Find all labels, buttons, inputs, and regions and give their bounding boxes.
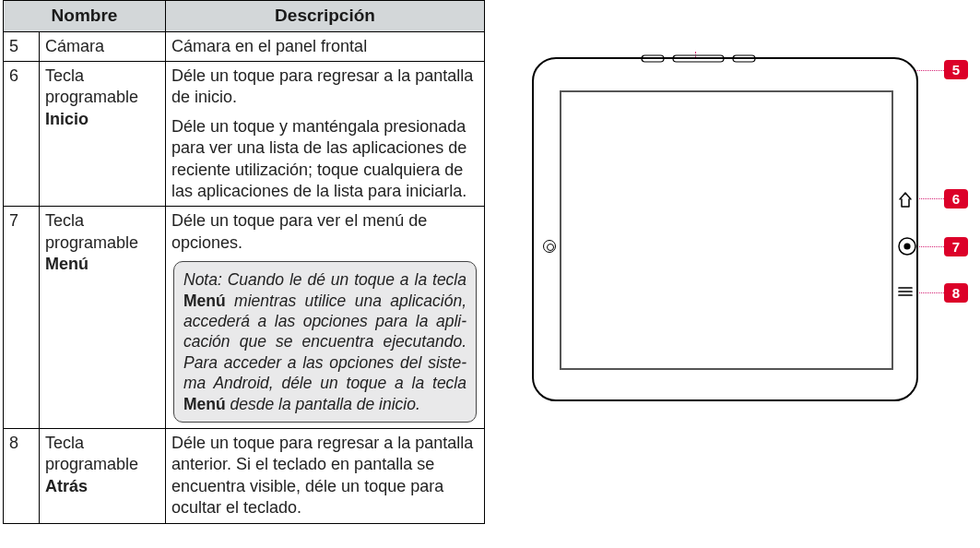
tablet-screen xyxy=(560,90,893,370)
desc-p: Déle un toque para ver el menú de opcion… xyxy=(171,210,478,254)
cell-name: Cámara xyxy=(40,31,166,61)
svg-rect-2 xyxy=(733,55,755,62)
th-name: Nombre xyxy=(4,1,166,32)
cell-num: 8 xyxy=(4,428,40,523)
cell-desc: Déle un toque para regresar a la pantall… xyxy=(166,62,485,207)
desc-p: Déle un toque y manténgala presionada pa… xyxy=(171,116,478,203)
cell-name: Tecla programable Atrás xyxy=(40,428,166,523)
callout-label-7: 7 xyxy=(944,237,968,256)
note-bold: Menú xyxy=(183,292,226,310)
table-row: 8 Tecla programable Atrás Déle un toque … xyxy=(4,428,485,523)
cell-desc: Déle un toque para regresar a la pan­tal… xyxy=(166,428,485,523)
cell-desc: Cámara en el panel frontal xyxy=(166,31,485,61)
svg-point-4 xyxy=(903,243,910,249)
name-pre: Tecla programable xyxy=(45,434,138,473)
name-pre: Tecla programable xyxy=(45,66,138,106)
name-bold: Inicio xyxy=(45,110,89,128)
cell-desc: Déle un toque para ver el menú de opcion… xyxy=(166,207,485,429)
note-text: desde la pantalla de inicio. xyxy=(226,395,420,413)
back-key-icon xyxy=(898,285,913,298)
home-key-icon xyxy=(898,191,913,208)
cell-name: Tecla programable Inicio xyxy=(40,62,166,207)
svg-rect-1 xyxy=(673,55,724,62)
name-bold: Menú xyxy=(45,255,89,273)
note-text: Nota: Cuando le dé un toque a la tecla xyxy=(183,270,466,289)
speaker-notch-icon xyxy=(641,54,756,63)
spec-table: Nombre Descripción 5 Cámara Cámara en el… xyxy=(3,0,485,524)
tablet-body xyxy=(532,57,918,401)
name-bold: Atrás xyxy=(45,477,88,495)
note-text: mientras utilice una aplicación, acceder… xyxy=(183,292,466,393)
callout-label-5: 5 xyxy=(944,60,968,79)
table-row: 6 Tecla programable Inicio Déle un toque… xyxy=(4,62,485,207)
table-row: 5 Cámara Cámara en el panel frontal xyxy=(4,31,485,61)
cell-num: 6 xyxy=(4,62,40,207)
name-pre: Tecla programable xyxy=(45,211,138,251)
callout-label-8: 8 xyxy=(944,283,968,303)
callout-label-6: 6 xyxy=(944,189,968,208)
note-bold: Menú xyxy=(183,395,226,413)
table-row: 7 Tecla programable Menú Déle un toque p… xyxy=(4,207,485,429)
cell-num: 5 xyxy=(4,31,40,61)
note-box: Nota: Cuando le dé un toque a la tecla M… xyxy=(173,261,477,423)
reset-hole-icon xyxy=(543,240,556,253)
th-desc: Descripción xyxy=(166,1,485,32)
cell-name: Tecla programable Menú xyxy=(40,207,166,429)
leader-line xyxy=(915,246,944,247)
desc-p: Déle un toque para regresar a la pantall… xyxy=(171,66,478,109)
cell-num: 7 xyxy=(4,207,40,429)
svg-rect-0 xyxy=(642,55,664,62)
device-diagram: 5 6 7 8 xyxy=(532,57,973,423)
menu-key-icon xyxy=(898,237,916,256)
